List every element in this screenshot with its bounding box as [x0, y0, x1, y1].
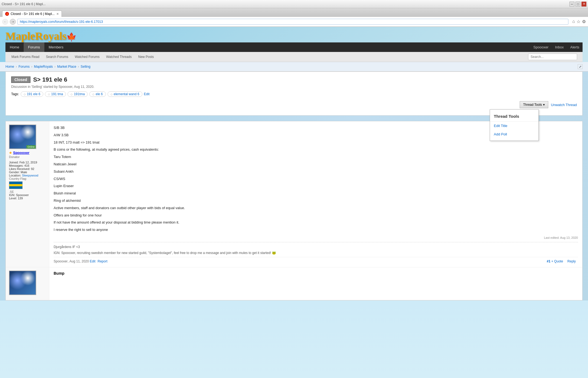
post-number: #1 — [547, 259, 550, 263]
subnav-new-posts[interactable]: New Posts — [135, 53, 157, 61]
gender-value: Male — [21, 171, 27, 174]
tag-5[interactable]: ◇elemental wand 6 — [108, 91, 142, 97]
breadcrumb-home[interactable]: Home — [5, 65, 14, 69]
tab-bar: 🍁 Closed - S> 191 ele 6 | Mapl... ✕ — [0, 8, 588, 17]
messages-value: 416 — [24, 164, 29, 167]
post-item-2: Naticain Jewel — [54, 162, 578, 167]
joined-label: Joined: — [9, 161, 19, 164]
gender-label: Gender: — [9, 171, 20, 174]
sub-nav: Mark Forums Read Search Forums Watched F… — [5, 52, 583, 62]
maximize-button[interactable]: □ — [575, 2, 580, 7]
dropdown-edit-title[interactable]: Edit Title — [490, 122, 538, 130]
post-line-8: I reserve the right to sell to anyone — [54, 227, 578, 233]
bump-text: Bump — [54, 271, 65, 275]
breadcrumb-sep-2: › — [31, 65, 32, 69]
title-bar: Closed - S> 191 ele 6 | Mapl... ─ □ ✕ — [0, 0, 588, 8]
browser-chrome: Closed - S> 191 ele 6 | Mapl... ─ □ ✕ 🍁 … — [0, 0, 588, 27]
tag-3-text: 191tma — [74, 92, 85, 96]
post-item-5: Lupin Eraser — [54, 183, 578, 189]
window-controls: ─ □ ✕ — [569, 2, 586, 7]
table-row: Bump — [6, 267, 582, 300]
post-report-link[interactable]: Report — [97, 259, 107, 263]
main-nav: Home Forums Members Spoooxer Inbox Alert… — [5, 42, 583, 52]
post-line-6: Offers are binding for one hour — [54, 213, 578, 218]
post-item-1: Taru Totem — [54, 154, 578, 160]
tab-favicon: 🍁 — [5, 12, 9, 16]
post-item-3: Subani Ankh — [54, 169, 578, 175]
thread-tools-button[interactable]: Thread Tools ▾ — [520, 101, 548, 108]
home-icon[interactable]: ⌂ — [572, 19, 575, 24]
nav-members[interactable]: Members — [44, 42, 68, 52]
active-tab[interactable]: 🍁 Closed - S> 191 ele 6 | Mapl... ✕ — [2, 11, 62, 17]
dropdown-add-poll[interactable]: Add Poll — [490, 130, 538, 138]
breadcrumb-selling[interactable]: Selling — [81, 65, 90, 69]
breadcrumb: Home › Forums › MapleRoyals › Market Pla… — [0, 62, 588, 72]
breadcrumb-sep-3: › — [54, 65, 56, 69]
post-separator — [54, 242, 578, 242]
post-line-4: B coins or the following, at mutally agr… — [54, 147, 578, 153]
logo: MapleRoyals🍁 — [5, 30, 583, 42]
level-label: Level: — [9, 197, 17, 200]
post-line-7: If not have the amount offered at your d… — [54, 220, 578, 225]
nav-forums[interactable]: Forums — [24, 42, 44, 52]
ign-value: Spoooxer — [16, 193, 29, 197]
nav-inbox[interactable]: Inbox — [552, 42, 567, 52]
nav-alerts[interactable]: Alerts — [567, 42, 583, 52]
donator-star-icon: ★ — [9, 151, 12, 155]
post-likes: Likes Received: 92 — [9, 167, 46, 171]
tab-close-button[interactable]: ✕ — [56, 12, 59, 16]
post-joined: Joined: Feb 12, 2019 — [9, 161, 46, 164]
edit-tags-link[interactable]: Edit — [144, 92, 150, 96]
content-wrap: Home › Forums › MapleRoyals › Market Pla… — [0, 62, 588, 300]
closed-badge: Closed — [11, 76, 30, 83]
tag-5-text: elemental wand 6 — [114, 92, 139, 96]
tag-1[interactable]: ◇191 ele 6 — [21, 91, 43, 97]
tag-4[interactable]: ◇ele 6 — [89, 91, 106, 97]
bookmark-icon[interactable]: ☆ — [577, 19, 580, 24]
breadcrumb-forums[interactable]: Forums — [19, 65, 30, 69]
location-link[interactable]: Sleepywood — [22, 174, 38, 177]
flag-label: .SE — [9, 190, 46, 193]
frog-emoji: 🐸 — [272, 251, 276, 255]
subnav-watched-forums[interactable]: Watched Forums — [72, 53, 103, 61]
post-2-avatar — [9, 271, 36, 295]
url-box[interactable]: https://mapleroyals.com/forum/threads/s-… — [17, 19, 568, 25]
post-item-4: CS/WS — [54, 176, 578, 182]
forward-button[interactable]: → — [10, 19, 16, 25]
breadcrumb-expand-button[interactable]: ⤢ — [578, 64, 583, 69]
tag-diamond-icon: ◇ — [24, 93, 26, 96]
browser-icons: ⌂ ☆ ⚙ — [572, 19, 586, 24]
breadcrumb-mapleroyals[interactable]: MapleRoyals — [34, 65, 53, 69]
site-wrapper: MapleRoyals🍁 Home Forums Members Spoooxe… — [0, 27, 588, 300]
post-item-7: Ring of alchemist — [54, 198, 578, 204]
minimize-button[interactable]: ─ — [569, 2, 574, 7]
logo-leaf-icon: 🍁 — [66, 32, 76, 41]
nav-user[interactable]: Spoooxer — [530, 42, 552, 52]
subnav-watched-threads[interactable]: Watched Threads — [103, 53, 135, 61]
post-1-body: S/B 3B A/W 3.5B 18 INT, 173 matt => 191 … — [54, 125, 578, 233]
unwatch-thread-button[interactable]: Unwatch Thread — [551, 103, 577, 107]
back-button[interactable]: ← — [2, 19, 8, 25]
breadcrumb-sep-1: › — [16, 65, 17, 69]
tag-3[interactable]: ◇191tma — [68, 91, 88, 97]
nav-right: Spoooxer Inbox Alerts — [530, 42, 583, 52]
window-title: Closed - S> 191 ele 6 | Mapl... — [2, 2, 46, 6]
nav-home[interactable]: Home — [5, 42, 24, 52]
subnav-mark-forums-read[interactable]: Mark Forums Read — [8, 53, 43, 61]
post-1-username-link[interactable]: Spoooxer — [13, 151, 29, 155]
tag-2[interactable]: ◇191 tma — [45, 91, 66, 97]
search-input[interactable] — [528, 54, 577, 60]
settings-icon[interactable]: ⚙ — [582, 19, 586, 24]
post-line-5: Active members, staff and donators can o… — [54, 205, 578, 211]
close-button[interactable]: ✕ — [581, 2, 586, 7]
post-ign: IGN: Spoooxer — [9, 193, 46, 197]
post-country-flag-label: Country Flag: — [9, 177, 46, 180]
posts-area: Online ★ Spoooxer Donator Joined: Feb 12… — [5, 121, 583, 300]
online-badge: Online — [26, 145, 36, 148]
subnav-search-forums[interactable]: Search Forums — [43, 53, 72, 61]
breadcrumb-marketplace[interactable]: Market Place — [57, 65, 76, 69]
post-actions: + Quote Reply — [551, 259, 578, 263]
post-edit-link[interactable]: Edit — [90, 259, 96, 263]
reply-button[interactable]: Reply — [567, 259, 576, 263]
quote-button[interactable]: + Quote — [551, 259, 563, 263]
